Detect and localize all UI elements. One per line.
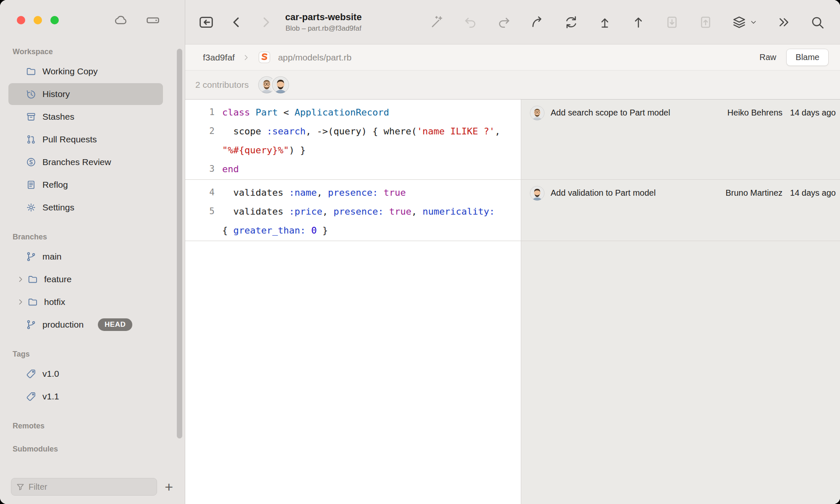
- gear-icon: [26, 202, 37, 213]
- sidebar-item-production[interactable]: productionHEAD: [8, 314, 163, 336]
- sync-button[interactable]: [564, 15, 579, 30]
- view-toggle: Raw Blame: [751, 49, 828, 66]
- toolbar-nav: [198, 14, 273, 31]
- code-text: validates :price, presence: true, numeri…: [222, 202, 504, 240]
- merge-icon: [530, 15, 545, 30]
- filter-bar: +: [0, 475, 185, 504]
- chevron-right-icon: [242, 53, 251, 62]
- sidebar-item-label: Stashes: [42, 112, 74, 122]
- push-icon: [597, 15, 612, 30]
- sidebar-item-label: Working Copy: [42, 66, 98, 76]
- stash-out-icon: [698, 15, 713, 30]
- main-area: car-parts-website Blob – part.rb@f3ad9fa…: [185, 0, 840, 504]
- reflog-icon: [26, 179, 37, 190]
- stash-in-button[interactable]: [664, 15, 680, 30]
- archive-icon: [26, 111, 37, 122]
- blame-row[interactable]: Add search scope to Part modelHeiko Behr…: [521, 100, 840, 179]
- sidebar-item-main[interactable]: main: [8, 246, 163, 268]
- sidebar: WorkspaceWorking CopyHistoryStashesPull …: [0, 0, 185, 504]
- expand-chevron[interactable]: [16, 275, 25, 284]
- commit-message: Add validation to Part model: [551, 185, 725, 198]
- contributors-label: 2 contributors: [195, 80, 249, 90]
- magic-wand-button[interactable]: [429, 15, 444, 30]
- code-text: end: [222, 160, 504, 178]
- sidebar-toggle-icon: [198, 14, 215, 31]
- breadcrumb: f3ad9faf app/models/part.rb Raw Blame: [185, 45, 840, 71]
- cloud-icon: [113, 13, 129, 28]
- forward-button[interactable]: [258, 15, 273, 30]
- cloud-button[interactable]: [113, 13, 129, 28]
- minimize-button[interactable]: [34, 16, 42, 24]
- sidebar-item-reflog[interactable]: Reflog: [8, 174, 163, 196]
- undo-icon: [463, 15, 478, 30]
- line-number: 3: [194, 160, 215, 178]
- add-button[interactable]: +: [164, 480, 174, 494]
- double-chevron-button[interactable]: [776, 15, 791, 30]
- drive-button[interactable]: [145, 13, 160, 28]
- blame-row[interactable]: Add validation to Part modelBruno Martin…: [521, 180, 840, 241]
- drive-icon: [145, 13, 160, 28]
- section-title-submodules: Submodules: [13, 445, 185, 454]
- filter-input[interactable]: [29, 482, 152, 492]
- push-button[interactable]: [597, 15, 612, 30]
- tag-icon: [26, 391, 37, 402]
- commit-arrow-icon: [631, 15, 646, 30]
- blame-block: 1class Part < ApplicationRecord2 scope :…: [185, 100, 840, 180]
- search-icon: [810, 15, 825, 30]
- sidebar-item-pull-requests[interactable]: Pull Requests: [8, 129, 163, 150]
- funnel-icon: [16, 482, 25, 492]
- sidebar-item-label: feature: [44, 274, 71, 284]
- stash-out-button[interactable]: [698, 15, 713, 30]
- sidebar-item-feature[interactable]: feature: [8, 268, 163, 290]
- merge-button[interactable]: [530, 15, 545, 30]
- code-line: 3end: [194, 160, 521, 178]
- sidebar-item-working-copy[interactable]: Working Copy: [8, 60, 163, 82]
- expand-chevron[interactable]: [16, 297, 25, 307]
- line-number: 5: [194, 202, 215, 240]
- layers-button[interactable]: [732, 15, 758, 30]
- sidebar-item-v1-1[interactable]: v1.1: [8, 386, 163, 407]
- breadcrumb-commit[interactable]: f3ad9faf: [203, 52, 235, 63]
- code-line: 5 validates :price, presence: true, nume…: [194, 202, 521, 240]
- window-title-block: car-parts-website Blob – part.rb@f3ad9fa…: [285, 12, 362, 33]
- breadcrumb-path: app/models/part.rb: [278, 52, 352, 63]
- code-line: 4 validates :name, presence: true: [194, 183, 521, 202]
- code-line: 2 scope :search, ->(query) { where('name…: [194, 122, 521, 160]
- commit-date: 14 days ago: [790, 185, 836, 198]
- sidebar-toggle-button[interactable]: [198, 14, 215, 31]
- folder-icon: [27, 274, 38, 285]
- code-block: 4 validates :name, presence: true5 valid…: [185, 180, 521, 241]
- sidebar-item-history[interactable]: History: [8, 83, 163, 105]
- content-filler: [185, 241, 840, 504]
- sidebar-scrollbar[interactable]: [177, 49, 182, 438]
- section-title-remotes: Remotes: [13, 422, 185, 430]
- raw-button[interactable]: Raw: [751, 49, 785, 66]
- sidebar-item-settings[interactable]: Settings: [8, 197, 163, 218]
- branch-icon: [26, 319, 37, 330]
- sidebar-item-stashes[interactable]: Stashes: [8, 106, 163, 128]
- sidebar-header: [0, 0, 185, 40]
- undo-button[interactable]: [463, 15, 478, 30]
- zoom-button[interactable]: [50, 16, 59, 24]
- sidebar-item-hotfix[interactable]: hotfix: [8, 291, 163, 313]
- blame-button[interactable]: Blame: [787, 49, 828, 66]
- sidebar-item-label: hotfix: [44, 297, 65, 307]
- back-icon: [229, 15, 244, 30]
- folder-icon: [26, 66, 37, 77]
- head-badge: HEAD: [98, 318, 132, 331]
- sidebar-item-v1-0[interactable]: v1.0: [8, 363, 163, 385]
- sidebar-item-label: Pull Requests: [42, 134, 97, 144]
- close-button[interactable]: [17, 16, 25, 24]
- commit-arrow-button[interactable]: [631, 15, 646, 30]
- back-button[interactable]: [229, 15, 244, 30]
- commit-avatar: [530, 186, 545, 201]
- search-button[interactable]: [810, 15, 825, 30]
- branches-review-icon: [26, 157, 37, 168]
- blame-view: 1class Part < ApplicationRecord2 scope :…: [185, 100, 840, 504]
- contributor-avatars: [258, 76, 289, 94]
- sidebar-item-branches-review[interactable]: Branches Review: [8, 151, 163, 173]
- line-number: 1: [194, 103, 215, 122]
- redo-button[interactable]: [496, 15, 512, 30]
- toolbar: car-parts-website Blob – part.rb@f3ad9fa…: [185, 0, 840, 45]
- line-number: 4: [194, 183, 215, 202]
